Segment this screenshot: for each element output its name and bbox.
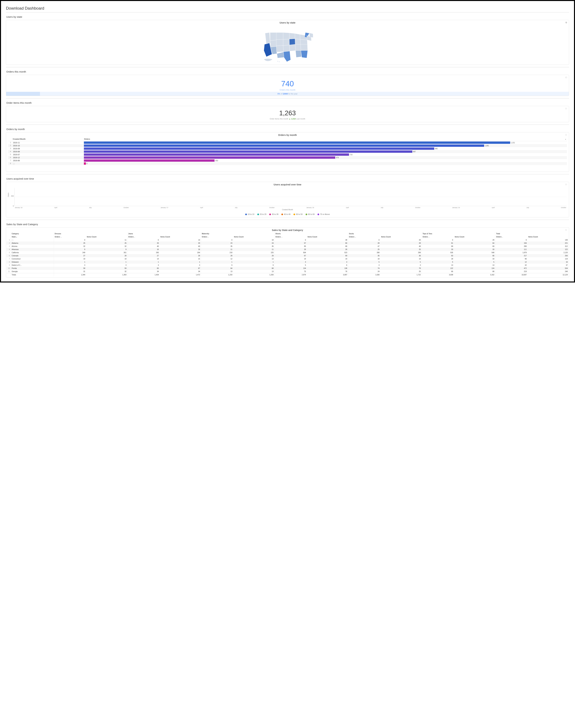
gear-icon[interactable] [565, 183, 567, 186]
cell-value: 34 [160, 270, 201, 273]
col-orders[interactable]: Orders⌄ [83, 137, 567, 141]
cell-value: 3 [307, 260, 348, 264]
cell-orders: 679 [83, 156, 567, 159]
col-group[interactable]: Shorts [275, 232, 348, 235]
col-items[interactable]: Items Count [160, 235, 201, 239]
col-items[interactable]: Items Count [86, 235, 127, 239]
col-group[interactable]: Socks [348, 232, 421, 235]
bar [84, 153, 349, 156]
col-category[interactable]: Category [11, 232, 54, 235]
totals-value: 1,722 [380, 273, 421, 277]
table-row[interactable]: 22019-101,081 [8, 144, 567, 147]
col-items[interactable]: Items Count [380, 235, 421, 239]
x-tick: April [346, 207, 349, 209]
col-orders-total[interactable]: Orders⌄ [495, 235, 528, 239]
sales-table[interactable]: CategoryDressesJeansMaternityShortsSocks… [6, 232, 569, 276]
legend-item[interactable]: 40 to 49 [281, 213, 291, 215]
kpi-sub: Order Items this month ▲ 1,010 Last mont… [6, 118, 569, 120]
table-row[interactable]: 12019-111,151 [8, 141, 567, 144]
cell-state: Delaware [11, 260, 54, 264]
cell-value: 35 [348, 254, 380, 257]
cell-value: 0 [127, 239, 160, 242]
col-group[interactable]: Dresses [54, 232, 127, 235]
legend-item[interactable]: 60 to 69 [306, 213, 315, 215]
legend-item[interactable]: 50 to 59 [294, 213, 303, 215]
divider [6, 124, 569, 125]
legend-item[interactable]: 30 to 39 [269, 213, 278, 215]
col-state[interactable]: State▴ [11, 235, 54, 239]
gear-icon[interactable] [565, 22, 567, 24]
svg-point-2 [566, 108, 566, 109]
cell-value: 11 [233, 248, 274, 251]
col-orders[interactable]: Orders⌄ [127, 235, 160, 239]
col-items[interactable]: Items Count [233, 235, 274, 239]
table-row[interactable]: 5California24926126026421822550452328829… [6, 251, 569, 254]
row-index: 11 [6, 270, 11, 273]
table-row[interactable]: 7Connecticut1919141512131919181928339611… [6, 257, 569, 260]
card-title: Orders by month [6, 132, 569, 137]
cell-value: 1 [160, 260, 201, 264]
totals-value: 1,630 [348, 273, 380, 277]
cell-total-orders: 194 [495, 242, 528, 245]
progress-pct: 6% [277, 93, 280, 95]
kpi-label: Orders this month [6, 89, 569, 91]
table-row[interactable]: 10Florida5859656764681341387478122124472… [6, 267, 569, 270]
col-group-total[interactable]: Total [495, 232, 569, 235]
legend-item[interactable]: 70 or Above [317, 213, 330, 215]
table-row[interactable]: 2Alabama252520202324576028286164194221 [6, 242, 569, 245]
cell-value: 218 [201, 251, 233, 254]
us-map[interactable] [6, 25, 569, 65]
x-tick: July [235, 207, 237, 209]
section-label-order-items: Order Items this month [6, 101, 569, 104]
col-group[interactable]: Tops & Tees [421, 232, 495, 235]
table-row[interactable]: 80 [8, 162, 567, 165]
col-items[interactable]: Items Count [307, 235, 348, 239]
cell-total-orders: 472 [495, 267, 528, 270]
table-row[interactable]: 8Delaware1111113355551216 [6, 260, 569, 264]
gear-icon[interactable] [565, 134, 567, 136]
chevron-down-icon: ⌄ [134, 236, 135, 238]
cell-state: Arkansas [11, 248, 54, 251]
cell-value: 9 [201, 264, 233, 267]
col-orders[interactable]: Orders⌄ [421, 235, 454, 239]
col-group[interactable]: Jeans [127, 232, 201, 235]
divider [6, 12, 569, 12]
col-orders[interactable]: Orders⌄ [54, 235, 86, 239]
cell-value: 13 [233, 270, 274, 273]
col-orders[interactable]: Orders⌄ [275, 235, 307, 239]
col-items[interactable]: Items Count [454, 235, 495, 239]
stacked-bar-chart[interactable]: Users 250 0 [8, 188, 567, 206]
legend-item[interactable]: 10 to 19 [245, 213, 254, 215]
table-row[interactable]: 11Georgia313234341313757624256668219248 [6, 270, 569, 273]
table-row[interactable]: 42019-08887 [8, 150, 567, 153]
cell-value: 5 [380, 260, 421, 264]
table-row[interactable]: 62019-12679 [8, 156, 567, 159]
cell-total-orders: 280 [495, 245, 528, 248]
col-orders[interactable]: Orders⌄ [348, 235, 380, 239]
col-items-total[interactable]: Items Count [528, 235, 569, 239]
table-row[interactable]: 52019-07716 [8, 153, 567, 156]
col-group[interactable]: Maternity [201, 232, 275, 235]
table-row[interactable]: 4Arkansas9916161111282825253333111122 [6, 248, 569, 251]
table-row[interactable]: 3Arizona323240403535858847486869280312 [6, 245, 569, 248]
table-row[interactable]: 32019-09946 [8, 147, 567, 150]
col-created-month[interactable]: Created Month [12, 137, 83, 141]
cell-value: 3 [348, 264, 380, 267]
table-row[interactable]: 10110140180380200290130 [6, 239, 569, 242]
table-row[interactable]: 72019-06353 [8, 159, 567, 162]
table-row[interactable]: 6Colorado272827282829676935366366217256 [6, 254, 569, 257]
kpi-orders-this-month[interactable]: 740 Orders this month [6, 75, 569, 92]
gear-icon[interactable] [565, 229, 567, 231]
cell-value: 504 [275, 251, 307, 254]
gear-icon[interactable] [565, 76, 567, 78]
cell-value: 33 [454, 248, 495, 251]
cell-state: Florida [11, 267, 54, 270]
legend-item[interactable]: 20 to 29 [257, 213, 266, 215]
row-index: 3 [6, 245, 11, 248]
cell-value: 68 [454, 270, 495, 273]
kpi-order-items[interactable]: 1,263 Order Items this month ▲ 1,010 Las… [6, 106, 569, 122]
progress-of: of [281, 93, 282, 95]
table-row[interactable]: 9District of C...333399563313133237 [6, 264, 569, 267]
gear-icon[interactable] [565, 107, 567, 110]
col-orders[interactable]: Orders⌄ [201, 235, 233, 239]
